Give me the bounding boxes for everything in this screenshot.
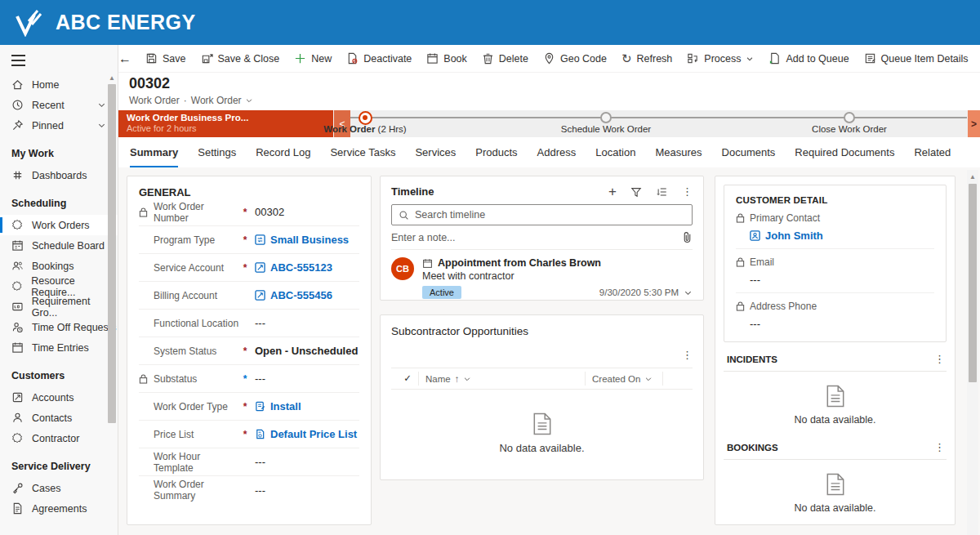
refresh-button[interactable]: ↻ Refresh: [614, 45, 679, 72]
chevron-down-icon[interactable]: [97, 121, 106, 130]
lock-icon: [139, 374, 148, 384]
field-value[interactable]: Open - Unscheduled: [250, 345, 359, 357]
tab-documents[interactable]: Documents: [722, 146, 776, 167]
tab-service-tasks[interactable]: Service Tasks: [330, 146, 395, 167]
timeline-more-icon[interactable]: ⋮: [682, 185, 693, 198]
sidebar-item-home[interactable]: Home: [0, 74, 118, 95]
incidents-more-icon[interactable]: ⋮: [934, 353, 945, 365]
time-off-icon: [11, 321, 24, 333]
sidebar-item-schedule-board[interactable]: Schedule Board: [0, 235, 118, 256]
field-value[interactable]: ---: [250, 484, 359, 497]
sidebar-item-time-off-requests[interactable]: Time Off Requests: [0, 317, 118, 337]
tab-record-log[interactable]: Record Log: [256, 146, 310, 167]
bpf-next-stage-arrow[interactable]: >: [968, 110, 980, 137]
add-to-queue-button[interactable]: Add to Queue: [761, 45, 856, 72]
sidebar-item-contacts[interactable]: Contacts: [0, 408, 118, 428]
no-data-document-icon: [825, 473, 846, 496]
field-value[interactable]: ---: [250, 456, 359, 468]
form-selector[interactable]: Work Order: [191, 95, 253, 106]
bpf-stage-marker[interactable]: [844, 112, 855, 123]
back-button[interactable]: ←: [118, 45, 131, 72]
sidebar-item-resource-requirements[interactable]: Resource Require...: [0, 276, 118, 296]
timeline-filter-icon[interactable]: [630, 186, 642, 198]
bpf-active-stage-marker[interactable]: [359, 111, 372, 125]
sidebar-item-pinned[interactable]: Pinned: [0, 115, 118, 136]
work-order-type-icon: [255, 401, 265, 412]
chevron-down-icon[interactable]: [684, 288, 693, 297]
field-value-lookup[interactable]: Install: [250, 400, 359, 412]
form-tab-bar: Summary Settings Record Log Service Task…: [118, 137, 980, 167]
timeline-search-input[interactable]: [415, 209, 685, 221]
book-button[interactable]: Book: [419, 45, 474, 72]
sidebar-item-accounts[interactable]: Accounts: [0, 387, 118, 408]
save-and-close-button[interactable]: Save & Close: [194, 45, 287, 72]
note-input[interactable]: [391, 232, 682, 243]
sidebar-item-recent[interactable]: Recent: [0, 95, 118, 115]
save-button[interactable]: Save: [138, 45, 194, 72]
column-header-name[interactable]: Name ↑: [419, 374, 585, 384]
cases-icon: [11, 482, 24, 494]
tab-address[interactable]: Address: [537, 146, 577, 167]
tab-services[interactable]: Services: [415, 146, 456, 167]
scroll-up-icon[interactable]: ▲: [967, 170, 978, 181]
sidebar-item-dashboards[interactable]: Dashboards: [0, 165, 118, 185]
sidebar-item-requirement-groups[interactable]: Requirement Gro...: [0, 296, 118, 317]
sidebar-item-contractor[interactable]: Contractor: [0, 428, 118, 448]
bpf-stage-marker[interactable]: [600, 112, 612, 123]
sidebar-scroll-up-icon[interactable]: ▲: [109, 74, 115, 82]
field-work-order-type: Work Order Type * Install: [139, 393, 359, 421]
main-scrollbar-thumb[interactable]: [969, 184, 977, 382]
process-button[interactable]: Process: [679, 45, 761, 72]
hamburger-menu-icon[interactable]: [0, 45, 118, 66]
form-body: GENERAL Work Order Number * 00302 Progra…: [118, 167, 980, 535]
sidebar-item-work-orders[interactable]: Work Orders: [0, 215, 118, 235]
tab-summary[interactable]: Summary: [130, 146, 178, 167]
sidebar-item-agreements[interactable]: Agreements: [0, 498, 118, 519]
tab-measures[interactable]: Measures: [655, 146, 702, 167]
chevron-down-icon[interactable]: [97, 100, 106, 109]
sidebar-item-time-entries[interactable]: Time Entries: [0, 337, 118, 358]
sidebar-item-cases[interactable]: Cases: [0, 478, 118, 498]
field-substatus: Substatus * ---: [139, 365, 359, 393]
sidebar-scrollbar-thumb[interactable]: [108, 84, 116, 423]
bookings-header: BOOKINGS ⋮: [724, 441, 947, 460]
subgrid-more-icon[interactable]: ⋮: [391, 349, 693, 361]
field-value-lookup[interactable]: Default Price List: [250, 428, 359, 440]
sidebar-section-my-work: My Work: [0, 136, 118, 165]
tab-settings[interactable]: Settings: [198, 146, 236, 167]
tab-products[interactable]: Products: [475, 146, 517, 167]
new-button[interactable]: New: [287, 45, 339, 72]
assign-button[interactable]: Assign: [976, 45, 980, 72]
field-functional-location: Functional Location ---: [139, 310, 359, 337]
geo-code-button[interactable]: Geo Code: [536, 45, 614, 72]
timeline-expand-all-icon[interactable]: [656, 186, 668, 198]
bookings-more-icon[interactable]: ⋮: [934, 441, 945, 453]
field-value-lookup[interactable]: ABC-555456: [250, 289, 359, 301]
primary-contact-link[interactable]: John Smith: [750, 230, 934, 242]
main-scrollbar[interactable]: ▲: [967, 170, 978, 535]
sidebar-section-service-delivery: Service Delivery: [0, 448, 118, 478]
timeline-search-box[interactable]: [391, 204, 693, 225]
timeline-entry-appointment[interactable]: CB Appointment from Charles Brown Meet w…: [391, 250, 693, 299]
tab-related[interactable]: Related: [914, 146, 951, 167]
required-marker: *: [240, 234, 250, 246]
subcontractor-opportunities-section: Subcontractor Opportunities ⋮ ✓ Name ↑ C…: [380, 314, 704, 480]
field-value[interactable]: ---: [250, 317, 359, 329]
deactivate-button[interactable]: Deactivate: [339, 45, 419, 72]
subgrid-column-headers: ✓ Name ↑ Created On: [391, 368, 693, 390]
select-all-check-icon[interactable]: ✓: [391, 372, 419, 386]
timeline-add-icon[interactable]: +: [608, 185, 617, 198]
chevron-down-icon: [463, 375, 471, 383]
delete-button[interactable]: Delete: [474, 45, 536, 72]
queue-item-details-button[interactable]: Queue Item Details: [857, 45, 976, 72]
field-value-lookup[interactable]: Small Business: [250, 234, 359, 246]
bookings-people-icon: [11, 260, 24, 272]
tab-required-documents[interactable]: Required Documents: [795, 146, 894, 167]
right-column-section: CUSTOMER DETAIL Primary Contact John Smi…: [715, 176, 956, 525]
no-data-document-icon: [532, 412, 553, 435]
attachment-paperclip-icon[interactable]: [682, 231, 693, 243]
sidebar-item-bookings[interactable]: Bookings: [0, 256, 118, 276]
column-header-created-on[interactable]: Created On: [585, 372, 662, 386]
tab-location[interactable]: Location: [595, 146, 635, 167]
field-value-lookup[interactable]: ABC-555123: [250, 261, 359, 274]
